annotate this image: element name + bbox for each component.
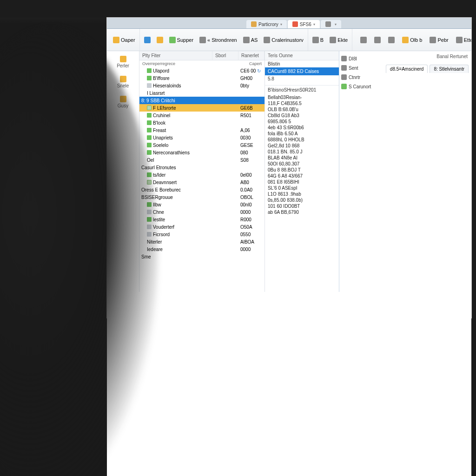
ribbon-button[interactable]: Olb b (400, 36, 424, 44)
table-row[interactable]: ts/lder 0el00 (139, 171, 264, 178)
action-item[interactable]: Sent (341, 65, 375, 71)
ribbon-button[interactable] (142, 36, 153, 44)
ribbon-button[interactable]: Ekte (327, 36, 350, 44)
sidebar-item[interactable]: Perler (109, 54, 137, 70)
ribbon-icon (264, 37, 270, 43)
row-col2 (212, 130, 238, 131)
right-tab[interactable]: d8.5=Amscinerd (386, 65, 428, 73)
detail-list-item[interactable]: Cb8ld G18 Ab3 (265, 112, 339, 119)
row-name: Oress E Boreburec (141, 187, 181, 192)
detail-list-item[interactable]: fola iBb 6.50 A (265, 131, 339, 137)
detail-list-item[interactable]: 081 E8 I65BIHI (265, 179, 339, 185)
detail-list-item[interactable]: SL'6 0 ASEspI (265, 185, 339, 191)
action-label: DI8l (349, 56, 357, 61)
ribbon-button[interactable] (372, 36, 383, 44)
detail-list-item[interactable]: 0s,85.00 838.0b) (265, 197, 339, 203)
detail-list-item[interactable]: 50Ol 60,80.307 (265, 161, 339, 167)
table-row[interactable]: Freast A,06 (139, 126, 264, 134)
table-row[interactable]: Unapriets 0030 (139, 134, 264, 141)
ribbon-label: Pebr (437, 37, 448, 43)
table-row[interactable]: Iedeare 0000 (139, 245, 264, 253)
detail-sub: Blistin (268, 61, 280, 66)
browser-tab-0[interactable]: Particrory▾ (246, 20, 287, 28)
ribbon-button[interactable]: Cralerinustorv (261, 36, 305, 44)
detail-list-item[interactable]: 6985.806 5 (265, 119, 339, 125)
detail-list-item[interactable]: 4eb 43 S:6R00b6 (265, 125, 339, 131)
table-row[interactable]: Cruhinel R501 (139, 112, 264, 119)
grid-header-col3[interactable]: Ranerlet (238, 51, 264, 60)
table-row[interactable]: Ficrsord 0550 (139, 231, 264, 238)
row-col2 (212, 241, 238, 242)
table-row[interactable]: lestite R000 (139, 216, 264, 223)
detail-list-item[interactable]: L1O 8613 .9hab (265, 191, 339, 197)
table-row[interactable]: Casurl Etronutes (139, 164, 264, 171)
action-item[interactable]: S Carunort (341, 84, 375, 89)
ribbon-button[interactable]: AS (241, 36, 260, 44)
ribbon-button[interactable]: Pebr (427, 36, 450, 44)
sidebar-icon (120, 76, 126, 82)
browser-tab-2[interactable]: ▾ (321, 20, 341, 28)
sidebar-item[interactable]: Snele (109, 74, 137, 90)
row-name: Ilbw (153, 202, 161, 207)
folder-icon (147, 210, 152, 214)
ribbon-icon (360, 37, 367, 43)
table-row[interactable]: Nereconarathiens 080 (139, 149, 264, 156)
action-item[interactable]: Ctnrtr (341, 74, 375, 80)
row-col2 (212, 212, 238, 212)
row-col2 (212, 219, 238, 220)
table-row[interactable]: F LEfsrorte GE6B (139, 104, 264, 112)
table-row[interactable]: Ulapord CE6 00↻ (139, 67, 264, 74)
table-row[interactable]: Soelelo GESE (139, 141, 264, 149)
ribbon-button[interactable] (154, 36, 165, 44)
table-row[interactable]: Sme (139, 253, 264, 260)
row-col3 (238, 100, 264, 101)
folder-icon (147, 225, 152, 229)
table-row[interactable]: Oress E Boreburec 0.0A0 (139, 186, 264, 193)
ribbon-button[interactable]: Supper (167, 36, 196, 44)
ribbon-button[interactable]: B (310, 36, 326, 44)
sidebar-item[interactable]: Gusy (109, 94, 137, 110)
ribbon-button[interactable]: Etteny (454, 36, 471, 44)
detail-list-item[interactable]: 018.1 BN. 85.0 J (265, 149, 339, 155)
right-tab[interactable]: 8: Stlelvinsantr (430, 65, 469, 73)
folder-icon (147, 128, 152, 132)
grid-header-name[interactable]: Plty Fiter (139, 51, 212, 60)
row-name: lestite (153, 217, 165, 222)
ribbon-button[interactable]: Oaper (111, 36, 138, 44)
table-row[interactable]: Chne 0000 (139, 208, 264, 216)
table-row[interactable]: BSISERgrouue OBOL (139, 193, 264, 201)
row-name: Casurl Etronutes (141, 165, 176, 170)
table-row[interactable]: I Liasrsrt (139, 89, 264, 97)
table-row[interactable]: B'look (139, 119, 264, 126)
detail-list-item[interactable]: ab 6A BB,6790 (265, 209, 339, 215)
grid-header-col2[interactable]: Sborl (212, 51, 238, 60)
detail-list-item[interactable]: 64G 6 A8 43/667 (265, 173, 339, 179)
detail-list-item[interactable]: BLAB 4N8e AI (265, 155, 339, 161)
detail-list-item[interactable]: 101 60 IDO0BT (265, 203, 339, 209)
detail-list-item[interactable]: OLB B:68.0B'u (265, 106, 339, 112)
table-row[interactable]: Oel S08 (139, 156, 264, 164)
row-name: Vouderterf (153, 225, 174, 230)
table-row[interactable]: Vouderterf O50A (139, 223, 264, 231)
ribbon-button[interactable] (386, 36, 397, 44)
table-row[interactable]: Niterler AlBOA (139, 238, 264, 245)
table-row[interactable]: B'iffosre GH00 (139, 74, 264, 82)
ribbon-button[interactable] (358, 36, 369, 44)
ribbon-button[interactable]: « Strondnren (197, 36, 239, 44)
row-col3 (238, 167, 264, 168)
sidebar-label: Perler (117, 63, 129, 68)
detail-list-item[interactable]: Bellah03Resian- (265, 94, 339, 100)
row-col3: 00nl0 (238, 202, 264, 208)
action-item[interactable]: DI8l (341, 56, 375, 61)
detail-list-item[interactable]: 6888hL 0 HHOLB (265, 137, 339, 143)
table-row[interactable]: Ilbw 00nl0 (139, 201, 264, 208)
table-row[interactable]: 8: 9 SBB Criitchi (139, 97, 264, 104)
detail-list-item[interactable]: 0Bu 8 88.BOJ T (265, 167, 339, 173)
table-row[interactable]: Deavnnsert AB0 (139, 178, 264, 186)
detail-list-item[interactable]: 118,F C4B356.5 (265, 100, 339, 106)
browser-tab-1[interactable]: SFS6▾ (288, 20, 320, 28)
folder-icon (147, 217, 152, 222)
table-row[interactable]: Hieseraloinds 0bty (139, 82, 264, 89)
ribbon-label: B (320, 37, 324, 43)
detail-list-item[interactable]: Gel2,8d 10 868 (265, 143, 339, 149)
